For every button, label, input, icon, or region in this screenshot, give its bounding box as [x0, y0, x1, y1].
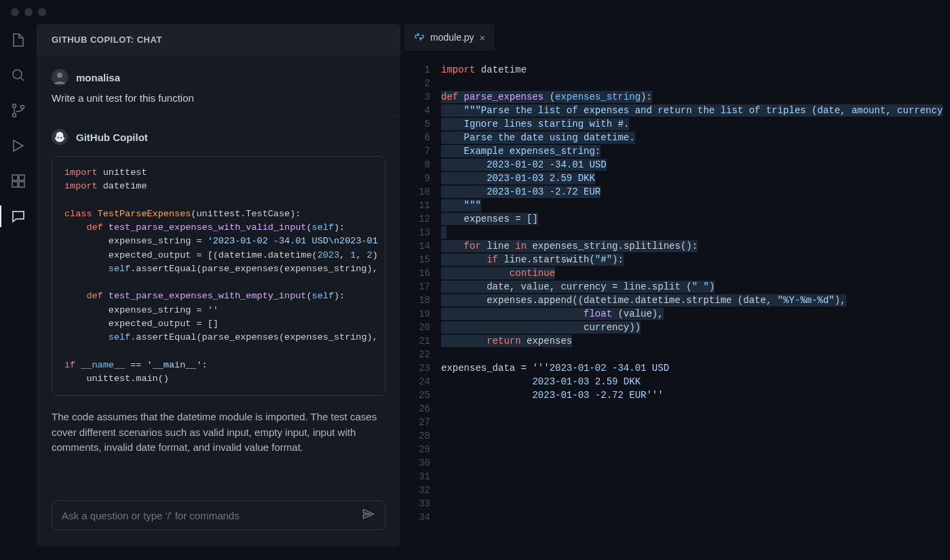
- chat-body: monalisa Write a unit test for this func…: [37, 56, 400, 488]
- chat-input-field[interactable]: [62, 510, 356, 521]
- user-avatar: [52, 69, 68, 85]
- title-bar: [0, 0, 950, 24]
- chat-header: GITHUB COPILOT: CHAT: [37, 24, 400, 56]
- python-icon: [414, 31, 425, 44]
- git-branch-icon: [10, 102, 26, 119]
- editor-tab-module[interactable]: module.py ×: [404, 24, 495, 51]
- copilot-icon: [54, 131, 66, 143]
- traffic-light-minimize[interactable]: [24, 8, 33, 16]
- svg-point-1: [13, 104, 16, 108]
- send-icon[interactable]: [362, 507, 375, 523]
- activity-run-debug[interactable]: [9, 136, 28, 155]
- copilot-description: The code assumes that the datetime modul…: [52, 409, 385, 456]
- copilot-row: GitHub Copilot: [52, 129, 385, 145]
- extensions-icon: [10, 173, 26, 189]
- avatar-icon: [52, 69, 68, 85]
- copilot-name: GitHub Copilot: [76, 132, 148, 143]
- svg-point-9: [57, 73, 62, 78]
- activity-extensions[interactable]: [9, 172, 28, 191]
- activity-search[interactable]: [9, 66, 28, 85]
- user-message: Write a unit test for this function: [52, 92, 385, 104]
- editor-panel: module.py × 1234567891011121314151617181…: [404, 24, 950, 560]
- copilot-code-block[interactable]: import unittest import datetime class Te…: [52, 156, 385, 396]
- chat-input[interactable]: [52, 500, 385, 530]
- traffic-light-zoom[interactable]: [38, 8, 46, 16]
- close-icon[interactable]: ×: [480, 32, 486, 43]
- code-lines[interactable]: import datetimedef parse_expenses (expen…: [441, 63, 950, 560]
- activity-source-control[interactable]: [9, 101, 28, 120]
- svg-point-3: [21, 106, 24, 109]
- play-bug-icon: [10, 138, 26, 154]
- svg-rect-5: [19, 175, 24, 180]
- chat-input-wrap: [37, 488, 400, 546]
- svg-rect-6: [12, 182, 18, 187]
- tab-row: module.py ×: [404, 24, 950, 51]
- editor[interactable]: 1234567891011121314151617181920212223242…: [404, 51, 950, 560]
- chat-panel: GITHUB COPILOT: CHAT monalisa Write a un…: [37, 24, 400, 546]
- tab-filename: module.py: [430, 32, 474, 43]
- divider: [37, 116, 400, 117]
- chat-user-row: monalisa: [52, 69, 385, 85]
- traffic-light-close[interactable]: [11, 8, 19, 16]
- copilot-avatar: [52, 129, 68, 145]
- svg-point-2: [13, 114, 16, 117]
- app-root: GITHUB COPILOT: CHAT monalisa Write a un…: [0, 24, 950, 560]
- files-icon: [10, 32, 26, 48]
- username: monalisa: [76, 72, 120, 83]
- line-gutter: 1234567891011121314151617181920212223242…: [404, 63, 441, 560]
- activity-copilot-chat[interactable]: [9, 207, 28, 226]
- chat-icon: [10, 208, 26, 224]
- svg-rect-4: [12, 175, 18, 180]
- svg-point-0: [13, 70, 22, 79]
- activity-bar: [0, 24, 37, 560]
- activity-explorer[interactable]: [9, 31, 28, 49]
- search-icon: [10, 67, 26, 83]
- svg-rect-7: [19, 182, 24, 187]
